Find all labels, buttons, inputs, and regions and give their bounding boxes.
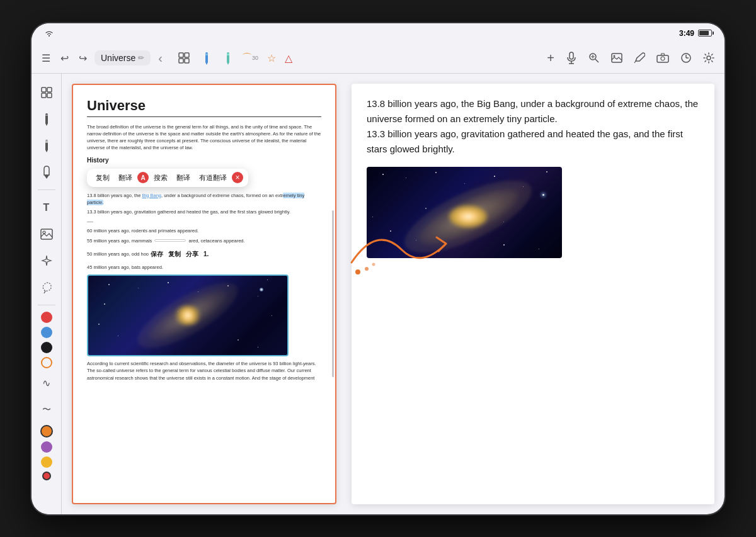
svg-point-18 [661,57,665,60]
settings-button[interactable] [701,50,717,66]
star-icon: ☆ [267,52,276,64]
undo-button[interactable]: ↩ [58,50,71,67]
page-right: 13.8 billion years ago, the Big Bang, un… [352,84,714,504]
galaxy-image-left [87,274,289,356]
black-color-dot[interactable] [41,342,52,353]
ctx-translate[interactable]: 翻译 [115,172,136,184]
svg-rect-26 [47,93,52,98]
svg-rect-25 [42,93,46,98]
svg-point-0 [49,35,50,37]
ctx-a-button[interactable]: A [137,172,149,183]
svg-point-22 [707,56,711,60]
settings-icon [703,52,714,64]
image-button[interactable] [609,50,625,65]
screen: 3:49 ☰ ↩ ↪ Universe ✏ ‹ [32,23,724,514]
add-button[interactable]: + [544,48,557,68]
ctx-close[interactable]: × [232,172,243,183]
galaxy-core [172,306,203,325]
sidebar-grid-icon[interactable] [35,81,58,104]
page-title: Universe [87,98,321,117]
triangle-tool-button[interactable]: △ [282,50,295,67]
toolbar-left: ☰ ↩ ↪ Universe ✏ ‹ [39,48,165,68]
toolbar: ☰ ↩ ↪ Universe ✏ ‹ [32,43,724,74]
doc-name-label: Universe [101,53,135,63]
camera-button[interactable] [654,50,672,65]
blur-overlay [154,239,186,242]
status-left [44,30,54,37]
red-small-dot[interactable] [42,472,51,480]
timeline-1: 13.8 billion years ago, the Big Bang, un… [87,192,321,206]
curve-label: 30 [252,55,258,61]
svg-rect-27 [45,115,48,116]
ctx-copy[interactable]: 复制 [92,172,113,184]
svg-rect-3 [179,59,183,63]
menu-button[interactable]: ☰ [39,50,53,67]
sidebar-pen-icon[interactable] [35,108,58,130]
star-tool-button[interactable]: ☆ [265,50,278,67]
clock-icon [680,52,692,64]
sidebar-highlighter-icon[interactable] [35,161,58,183]
divider-line: — [87,218,321,225]
ctx-translate2[interactable]: 翻译 [173,172,194,184]
pen-button[interactable] [631,50,648,66]
blue-color-dot[interactable] [41,327,52,338]
context-menu: 复制 翻译 A 搜索 翻译 有道翻译 × [87,169,248,187]
zoom-icon [588,52,600,64]
curve-icon: ⌒ [242,52,252,65]
ctx-youdao[interactable]: 有道翻译 [195,172,231,184]
red-color-dot[interactable] [41,312,52,323]
pen-blue-button[interactable] [197,48,214,67]
image-icon [611,53,622,63]
grid-tool-button[interactable] [175,49,193,67]
sidebar-text-icon[interactable]: T [35,196,58,219]
grid-tool-icon [178,52,190,64]
main-content: T [32,74,724,514]
sidebar-divider-1 [38,189,55,190]
bright-star [260,288,263,291]
svg-rect-6 [227,54,229,55]
purple-color-dot[interactable] [41,441,52,453]
sidebar-marker-icon[interactable] [35,134,58,157]
sidebar-lasso-icon[interactable] [35,276,58,298]
back-nav-button[interactable]: ‹ [156,48,165,68]
battery-icon [698,30,712,37]
big-bang-highlight: Big Bang [142,193,161,198]
svg-rect-7 [570,52,573,59]
sidebar-image-icon[interactable] [35,223,58,246]
timeline-3: 60 million years ago, rodents and primat… [87,227,321,234]
page-left: Universe The broad definition of the uni… [72,84,336,504]
timeline-2: 13.3 billion years ago, gravitation gath… [87,208,321,215]
clock-button[interactable] [678,50,694,66]
pen-teal-button[interactable] [218,48,236,67]
sidebar-tilde-icon[interactable]: 〜 [35,399,58,421]
copy-btn[interactable]: 复制 [168,249,181,259]
svg-rect-4 [185,59,189,63]
orange-fill-dot[interactable] [40,425,53,438]
ctx-search[interactable]: 搜索 [150,172,171,184]
share-btn[interactable]: 分享 [186,249,198,259]
triangle-icon: △ [285,52,292,64]
sidebar-wave-icon[interactable]: ∿ [35,372,58,395]
svg-rect-2 [185,53,189,57]
zoom-button[interactable] [586,50,602,66]
sidebar-divider-2 [38,305,55,305]
save-number: 1. [203,249,209,259]
redo-button[interactable]: ↪ [76,50,89,67]
save-menu: 保存 复制 分享 1. [151,249,209,259]
orange-outline-dot[interactable] [41,357,52,368]
curve-tool-button[interactable]: ⌒ 30 [239,49,261,67]
yellow-color-dot[interactable] [41,456,52,468]
mic-button[interactable] [563,49,580,67]
selection-highlight: emely tiny particle. [87,193,304,205]
history-title: History [87,157,321,164]
mic-icon [566,52,577,64]
svg-rect-1 [179,53,183,57]
scrollbar[interactable] [332,210,334,378]
sidebar-magic-icon[interactable] [35,249,58,272]
status-bar: 3:49 [32,23,724,43]
save-btn[interactable]: 保存 [151,249,163,259]
edit-pencil-icon: ✏ [138,54,144,62]
doc-name-pill[interactable]: Universe ✏ [94,50,151,65]
timeline-6: 45 million years ago, bats appeared. [87,264,321,271]
sidebar: T [32,74,62,514]
